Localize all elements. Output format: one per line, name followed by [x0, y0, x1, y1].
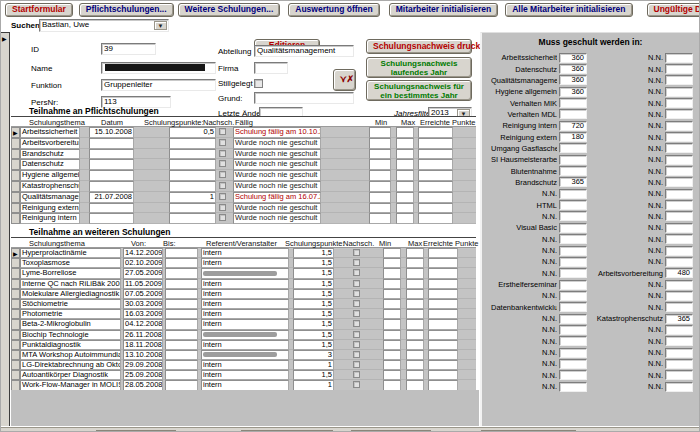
cell-datum[interactable] [89, 159, 134, 170]
cell-min[interactable] [369, 203, 391, 214]
muss-left-field[interactable] [559, 359, 587, 369]
cell-bis[interactable] [165, 258, 198, 268]
cell-schulungsthema[interactable]: Molekulare Allergiediagnostik Immuno-C [20, 289, 121, 299]
muss-right-field[interactable] [665, 348, 693, 358]
cell-schulungspunkte[interactable] [169, 138, 216, 149]
form-record-selector[interactable]: ▶ [1, 32, 10, 426]
muss-right-field[interactable]: 480 [665, 268, 693, 278]
cell-max[interactable] [406, 309, 424, 319]
weitere-table-row[interactable]: Interne QC nach RiLiBäk 2001 11.05.2009 … [11, 279, 476, 289]
stillgelegt-checkbox[interactable] [254, 79, 263, 88]
weitere-table-row[interactable]: Photometrie 16.03.2009 intern 1,5 [11, 309, 476, 319]
cell-erreichte-punkte[interactable] [418, 149, 453, 160]
cell-referent[interactable]: intern [201, 319, 289, 329]
row-selector[interactable] [11, 350, 20, 360]
cell-von[interactable]: 30.03.2009 [123, 299, 163, 309]
muss-right-field[interactable] [665, 98, 693, 108]
cell-schulungspunkte[interactable] [169, 149, 216, 160]
cell-schulungsthema[interactable]: Hyperprolactinämie [20, 248, 121, 258]
muss-left-field[interactable] [559, 314, 587, 324]
cell-bis[interactable] [165, 340, 198, 350]
cell-schulungsthema[interactable]: Autoantikörper Diagnostik [20, 370, 121, 380]
cell-schulungspunkte[interactable]: 1,5 [293, 330, 334, 340]
muss-left-field[interactable] [559, 234, 587, 244]
nachsch-checkbox[interactable] [353, 269, 360, 276]
cell-datum[interactable] [89, 149, 134, 160]
pflicht-table-row[interactable]: Katastrophenschutz Wurde noch nie geschu… [11, 181, 476, 192]
toolbar-button[interactable]: Auswertung öffnen [288, 3, 379, 17]
cell-schulungsthema[interactable]: Reinigung intern [20, 213, 80, 224]
toolbar-button[interactable]: Ungültige Datensätze löschen [647, 3, 700, 17]
muss-left-field[interactable]: 365 [559, 177, 587, 187]
schulungsnachweis-laufendes-jahr-button[interactable]: Schulungsnachweis laufendes Jahr [366, 57, 472, 78]
muss-right-field[interactable] [665, 121, 693, 131]
cell-erreichte-punkte[interactable] [428, 248, 458, 258]
cell-schulungspunkte[interactable]: 1,5 [293, 268, 334, 278]
muss-right-field[interactable] [665, 246, 693, 256]
row-selector[interactable] [11, 258, 20, 268]
cell-max[interactable] [406, 340, 424, 350]
muss-left-field[interactable] [559, 280, 587, 290]
cell-erreichte-punkte[interactable] [428, 319, 458, 329]
cell-referent[interactable]: intern [201, 279, 289, 289]
cell-max[interactable] [396, 159, 414, 170]
cell-schulungspunkte[interactable]: 1 [293, 360, 334, 370]
weitere-table-row[interactable]: Molekulare Allergiediagnostik Immuno-C 0… [11, 289, 476, 299]
cell-min[interactable] [383, 340, 401, 350]
muss-left-field[interactable] [559, 382, 587, 392]
muss-left-field[interactable] [559, 325, 587, 335]
muss-left-field[interactable] [559, 302, 587, 312]
cell-schulungspunkte[interactable] [169, 203, 216, 214]
pflicht-table-row[interactable]: Datenschutz Wurde noch nie geschult [11, 159, 476, 170]
muss-left-field[interactable] [559, 246, 587, 256]
muss-left-field[interactable]: 180 [559, 132, 587, 142]
toolbar-button[interactable]: Alle Mitarbeiter initialisieren [505, 3, 632, 17]
cell-min[interactable] [383, 319, 401, 329]
cell-max[interactable] [396, 138, 414, 149]
cell-min[interactable] [369, 192, 391, 203]
row-selector[interactable] [11, 181, 20, 192]
cell-erreichte-punkte[interactable] [428, 258, 458, 268]
nachsch-checkbox[interactable] [353, 341, 360, 348]
muss-right-field[interactable] [665, 302, 693, 312]
cell-min[interactable] [369, 213, 391, 224]
muss-left-field[interactable] [559, 211, 587, 221]
cell-referent[interactable]: intern [201, 258, 289, 268]
row-selector[interactable] [11, 289, 20, 299]
cell-schulungspunkte[interactable]: 3 [293, 350, 334, 360]
cell-max[interactable] [406, 279, 424, 289]
row-selector[interactable] [11, 268, 20, 278]
toolbar-button[interactable]: Weitere Schulungen... [178, 3, 281, 17]
toolbar-button[interactable]: Pflichtschulungen... [79, 3, 174, 17]
muss-right-field[interactable] [665, 189, 693, 199]
cell-bis[interactable] [165, 319, 198, 329]
muss-left-field[interactable] [559, 166, 587, 176]
cell-erreichte-punkte[interactable] [418, 213, 453, 224]
cell-von[interactable]: 14.12.2009 [123, 248, 163, 258]
cell-schulungspunkte[interactable]: 1 [169, 192, 216, 203]
weitere-table-row[interactable]: MTA Workshop Autoimmundiagnostik 13.10.2… [11, 350, 476, 360]
row-selector[interactable] [11, 127, 20, 138]
chevron-down-icon[interactable]: ▼ [154, 21, 167, 30]
schulungsnachweis-drucken-button[interactable]: Schulungsnachweis drucken [366, 39, 472, 54]
cell-referent[interactable]: intern [201, 340, 289, 350]
cell-max[interactable] [406, 268, 424, 278]
nachsch-checkbox[interactable] [353, 280, 360, 287]
cell-schulungsthema[interactable]: Interne QC nach RiLiBäk 2001 [20, 279, 121, 289]
cell-schulungspunkte[interactable] [169, 213, 216, 224]
weitere-table-row[interactable]: LG-Direktabrechnung ab Oktober 2008 29.0… [11, 360, 476, 370]
row-selector[interactable] [11, 370, 20, 380]
weitere-table-row[interactable]: Hyperprolactinämie 14.12.2009 intern 1,5 [11, 248, 476, 258]
cell-min[interactable] [369, 170, 391, 181]
cell-schulungsthema[interactable]: Hygiene allgemein [20, 170, 80, 181]
muss-right-field[interactable] [665, 234, 693, 244]
muss-left-field[interactable] [559, 109, 587, 119]
nachsch-checkbox[interactable] [219, 150, 226, 157]
cell-schulungspunkte[interactable]: 1,5 [293, 299, 334, 309]
cell-min[interactable] [383, 258, 401, 268]
cell-schulungsthema[interactable]: Arbeitsvorbereitung [20, 138, 80, 149]
row-selector[interactable] [11, 279, 20, 289]
nachsch-checkbox[interactable] [219, 160, 226, 167]
cell-von[interactable]: 04.12.2008 [123, 319, 163, 329]
muss-right-field[interactable] [665, 257, 693, 267]
